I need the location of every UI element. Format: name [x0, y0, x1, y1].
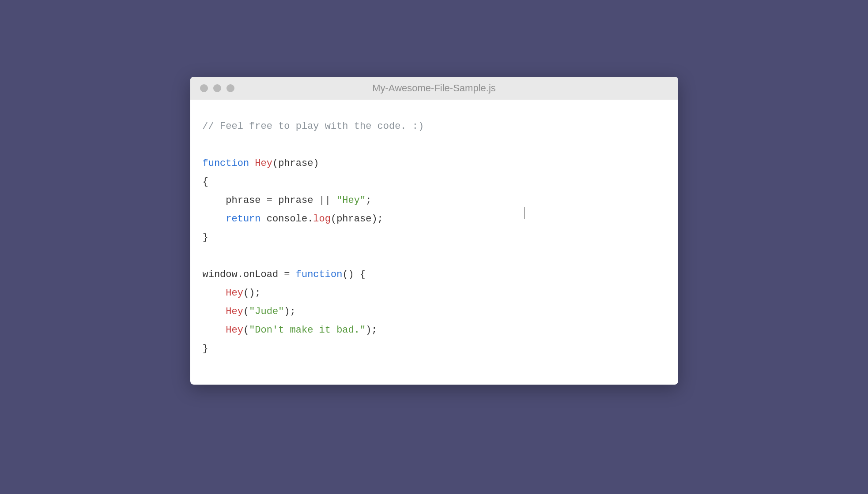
code-token: Hey	[226, 325, 243, 336]
code-token: log	[313, 213, 331, 225]
code-token: (	[243, 325, 249, 336]
code-token: function	[203, 158, 249, 169]
maximize-icon[interactable]	[226, 84, 234, 92]
code-line: Hey();	[203, 284, 666, 303]
code-line: {	[203, 173, 666, 191]
code-token: function	[296, 269, 343, 280]
code-line: window.onLoad = function() {	[203, 266, 666, 284]
code-token: "Hey"	[336, 195, 366, 206]
code-line	[203, 136, 666, 154]
code-token	[249, 158, 255, 169]
code-token: (phrase)	[272, 158, 319, 169]
text-cursor-icon	[524, 207, 525, 219]
code-line: Hey("Jude");	[203, 303, 666, 321]
code-token: phrase	[272, 195, 319, 206]
code-line: phrase = phrase || "Hey";	[203, 191, 666, 210]
code-token: () {	[342, 269, 366, 280]
code-token	[203, 306, 226, 317]
code-token: ();	[243, 288, 261, 299]
code-line: }	[203, 340, 666, 358]
code-editor[interactable]: // Feel free to play with the code. :) f…	[190, 100, 678, 385]
traffic-lights	[200, 84, 234, 92]
code-token: ;	[366, 195, 371, 206]
window-title: My-Awesome-File-Sample.js	[190, 82, 678, 94]
code-line: function Hey(phrase)	[203, 154, 666, 173]
code-line: Hey("Don't make it bad.");	[203, 321, 666, 340]
code-line: return console.log(phrase);	[203, 210, 666, 228]
code-token: "Don't make it bad."	[249, 325, 366, 336]
code-line	[203, 247, 666, 266]
titlebar: My-Awesome-File-Sample.js	[190, 77, 678, 100]
code-token: }	[203, 232, 208, 243]
code-token	[203, 288, 226, 299]
code-line: // Feel free to play with the code. :)	[203, 117, 666, 136]
code-token: phrase	[203, 195, 267, 206]
code-token: (phrase);	[331, 213, 383, 225]
code-token: =	[284, 269, 290, 280]
code-token: Hey	[226, 288, 243, 299]
code-token	[203, 325, 226, 336]
code-token: ||	[319, 195, 331, 206]
code-token: );	[284, 306, 295, 317]
code-token	[290, 269, 296, 280]
code-token	[331, 195, 336, 206]
code-token: {	[203, 176, 208, 187]
code-token: );	[366, 325, 377, 336]
close-icon[interactable]	[200, 84, 208, 92]
editor-window: My-Awesome-File-Sample.js // Feel free t…	[190, 77, 678, 385]
code-token: // Feel free to play with the code. :)	[203, 121, 424, 132]
minimize-icon[interactable]	[213, 84, 221, 92]
code-token: "Jude"	[249, 306, 284, 317]
code-token: }	[203, 343, 208, 354]
code-token: Hey	[226, 306, 243, 317]
code-token: (	[243, 306, 249, 317]
code-token	[203, 213, 226, 225]
code-token: window.onLoad	[203, 269, 284, 280]
code-token: Hey	[255, 158, 272, 169]
code-token: return	[226, 213, 260, 225]
code-token: =	[267, 195, 272, 206]
code-token: console.	[261, 213, 313, 225]
code-line: }	[203, 228, 666, 247]
